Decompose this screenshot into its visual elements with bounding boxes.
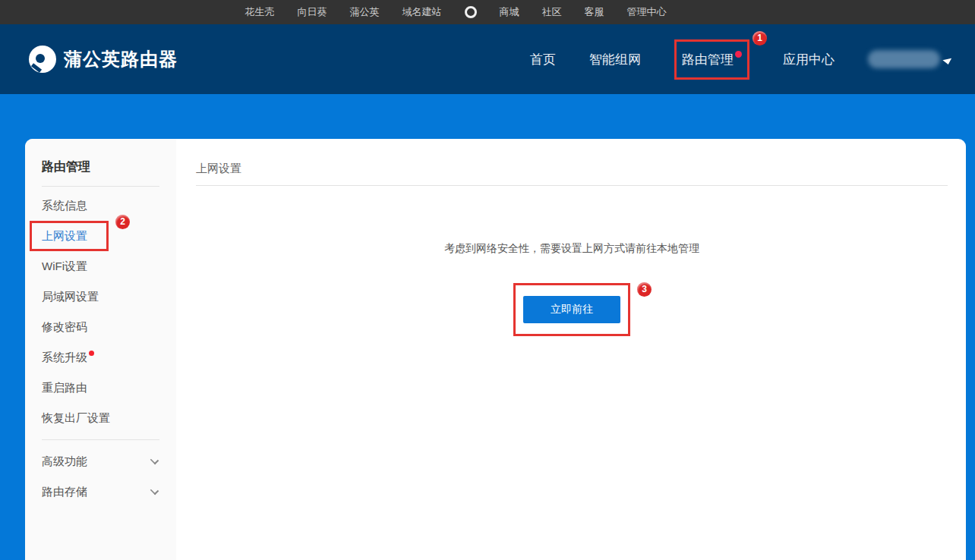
topbar-link-pgy[interactable]: 蒲公英 xyxy=(350,5,380,19)
button-row: 立即前往 3 xyxy=(196,283,948,336)
nav-app-center[interactable]: 应用中心 xyxy=(783,51,835,68)
app-header: 蒲公英路由器 首页 智能组网 路由管理 1 应用中心 xyxy=(0,24,975,94)
sidebar-item-factory-reset[interactable]: 恢复出厂设置 xyxy=(25,403,176,433)
sidebar: 路由管理 系统信息 上网设置 2 WiFi设置 局域网设置 修改密码 系统升级 … xyxy=(25,139,176,560)
annotation-badge-1: 1 xyxy=(753,31,767,46)
user-name-blurred xyxy=(868,50,940,68)
annotation-badge-2: 2 xyxy=(115,215,130,229)
chevron-down-icon xyxy=(942,58,952,64)
sidebar-item-label: 系统升级 xyxy=(42,351,87,363)
sidebar-title: 路由管理 xyxy=(25,160,176,174)
notification-dot-icon xyxy=(735,51,742,58)
nav-smart-networking[interactable]: 智能组网 xyxy=(589,51,641,68)
sidebar-item-wifi-settings[interactable]: WiFi设置 xyxy=(25,251,176,282)
sidebar-group-label: 路由存储 xyxy=(42,485,87,499)
sidebar-item-lan-settings[interactable]: 局域网设置 xyxy=(25,282,176,312)
sidebar-item-system-upgrade[interactable]: 系统升级 xyxy=(25,342,176,373)
annotation-badge-3: 3 xyxy=(637,282,652,297)
topbar-link-support[interactable]: 客服 xyxy=(585,5,604,19)
sidebar-group-label: 高级功能 xyxy=(42,455,87,469)
topbar-link-domain[interactable]: 域名建站 xyxy=(402,5,442,19)
annotation-box-step3: 立即前往 3 xyxy=(513,283,630,336)
nav-home[interactable]: 首页 xyxy=(530,51,556,68)
chevron-down-icon xyxy=(150,486,159,494)
content-divider xyxy=(196,185,948,186)
brand-title: 蒲公英路由器 xyxy=(64,47,178,71)
topbar-link-mall[interactable]: 商城 xyxy=(500,5,519,19)
chevron-down-icon xyxy=(150,455,159,464)
nav-router-management[interactable]: 路由管理 xyxy=(682,52,734,67)
topbar-link-hsk[interactable]: 花生壳 xyxy=(245,5,275,19)
sidebar-item-change-password[interactable]: 修改密码 xyxy=(25,312,176,342)
user-account-menu[interactable] xyxy=(868,50,952,68)
oray-ring-icon[interactable] xyxy=(465,6,477,18)
security-notice-text: 考虑到网络安全性，需要设置上网方式请前往本地管理 xyxy=(196,242,948,254)
brand[interactable]: 蒲公英路由器 xyxy=(29,46,178,73)
main-card: 路由管理 系统信息 上网设置 2 WiFi设置 局域网设置 修改密码 系统升级 … xyxy=(25,139,966,560)
page-title: 上网设置 xyxy=(196,162,948,175)
sidebar-divider xyxy=(42,439,159,440)
topbar-link-console[interactable]: 管理中心 xyxy=(627,5,667,19)
update-dot-icon xyxy=(89,351,94,356)
sidebar-item-system-info[interactable]: 系统信息 xyxy=(25,190,176,221)
sidebar-group-router-storage[interactable]: 路由存储 xyxy=(25,477,176,507)
sidebar-item-reboot-router[interactable]: 重启路由 xyxy=(25,373,176,403)
sidebar-group-advanced-features[interactable]: 高级功能 xyxy=(25,446,176,477)
annotation-box-step2 xyxy=(30,221,109,251)
topbar-link-community[interactable]: 社区 xyxy=(542,5,562,19)
pgy-logo-icon xyxy=(29,46,56,73)
content-panel: 上网设置 考虑到网络安全性，需要设置上网方式请前往本地管理 立即前往 3 xyxy=(176,139,966,560)
annotation-box-step1: 路由管理 1 xyxy=(674,39,749,80)
topbar-link-sunlogin[interactable]: 向日葵 xyxy=(298,5,327,19)
go-now-button[interactable]: 立即前往 xyxy=(523,296,620,323)
page: 花生壳 向日葵 蒲公英 域名建站 商城 社区 客服 管理中心 蒲公英路由器 首页… xyxy=(0,0,975,560)
top-service-bar: 花生壳 向日葵 蒲公英 域名建站 商城 社区 客服 管理中心 xyxy=(0,0,975,24)
header-nav: 首页 智能组网 路由管理 1 应用中心 xyxy=(530,39,952,80)
sidebar-item-internet-settings[interactable]: 上网设置 2 xyxy=(25,221,176,251)
sidebar-divider xyxy=(42,186,159,187)
